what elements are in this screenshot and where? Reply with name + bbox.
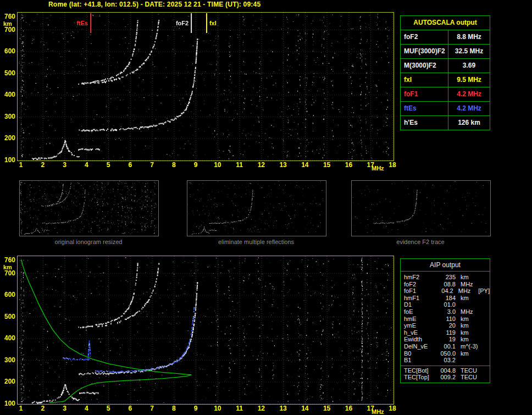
aip-extra: [479, 295, 490, 302]
y-tick-label: 600: [1, 291, 15, 298]
aip-value: 119: [439, 329, 456, 336]
autoscala-param: h'Es: [401, 116, 448, 130]
y-tick-label: 100: [1, 400, 15, 407]
aip-extra: [479, 329, 490, 336]
y-tick-label: 400: [1, 335, 15, 341]
aip-unit: km: [456, 295, 479, 302]
aip-row: D101.0: [401, 301, 490, 308]
aip-unit: MHz: [453, 287, 476, 295]
aip-row: foF104.2MHz[PY]: [401, 287, 490, 295]
aip-extra: [479, 336, 490, 343]
autoscala-table-rows: foF28.8 MHzMUF(3000)F232.5 MHzM(3000)F23…: [401, 30, 490, 130]
aip-value: 08.8: [439, 281, 456, 288]
aip-unit: km: [456, 322, 479, 329]
top-ionogram-plot: ftEsfoF2fxI: [17, 12, 394, 161]
aip-unit: km: [456, 274, 479, 281]
autoscala-row: M(3000)F23.69: [401, 59, 490, 73]
autoscala-value: 126 km: [448, 116, 490, 130]
aip-param: ymE: [401, 322, 439, 329]
x-tick-label: 4: [80, 162, 93, 168]
aip-value: 01.0: [439, 301, 456, 308]
y-tick-label: 700: [1, 26, 15, 33]
x-tick-label: 16: [342, 162, 355, 168]
x-tick-label: 5: [102, 405, 115, 412]
aip-extra: [479, 322, 490, 329]
aip-extra: [479, 357, 490, 364]
aip-param: hmE: [401, 316, 439, 323]
y-tick-label: 500: [1, 70, 15, 76]
aip-row: foF208.8MHz: [401, 281, 490, 288]
aip-row: foE3.0MHz: [401, 308, 490, 316]
aip-row: TEC[Top]009.2TECU: [401, 374, 490, 381]
aip-extra: [479, 343, 490, 350]
aip-unit: km: [456, 336, 479, 343]
thumbnail-evidence-canvas: [352, 181, 489, 235]
y-axis-unit-label: km: [3, 20, 12, 27]
aip-unit: km: [456, 350, 479, 357]
autoscala-value: 9.5 MHz: [448, 73, 490, 87]
aip-value: 184: [439, 295, 456, 302]
aip-extra: [479, 316, 490, 323]
aip-value: 3.0: [439, 308, 456, 316]
aip-value: 009.2: [439, 374, 456, 381]
x-tick-label: 12: [254, 162, 268, 168]
aip-value: 00.1: [439, 343, 456, 350]
y-tick-label: 700: [1, 270, 15, 276]
aip-value: 03.2: [439, 357, 456, 364]
aip-extra: [479, 374, 490, 381]
autoscala-row: foF28.8 MHz: [401, 30, 490, 45]
aip-extra: [479, 301, 490, 308]
x-tick-label: 1: [14, 405, 27, 412]
y-tick-label: 100: [1, 157, 15, 163]
x-tick-label: 11: [233, 405, 246, 412]
aip-extra: [479, 308, 490, 316]
autoscala-row: h'Es126 km: [401, 116, 490, 130]
aip-output-table: AIP output hmF2235kmfoF208.8MHzfoF104.2M…: [400, 258, 490, 383]
autoscala-row: MUF(3000)F232.5 MHz: [401, 45, 490, 59]
aip-param: TEC[Bot]: [401, 367, 439, 374]
aip-param: h_vE: [401, 329, 439, 336]
bottom-ionogram-plot: [17, 256, 394, 405]
autoscala-window: Rome (lat: +41.8, lon: 012.5) - DATE: 20…: [0, 0, 532, 415]
aip-row: hmF2235km: [401, 274, 490, 281]
x-tick-label: 3: [58, 162, 71, 168]
x-axis-unit-label: MHz: [372, 408, 384, 415]
autoscala-param: MUF(3000)F2: [401, 45, 448, 58]
aip-row: hmE110km: [401, 316, 490, 323]
autoscala-row: foF14.2 MHz: [401, 87, 490, 102]
aip-table-rows: hmF2235kmfoF208.8MHzfoF104.2MHz[PY]hmF11…: [401, 274, 490, 364]
autoscala-value: 3.69: [448, 59, 490, 73]
aip-param: Ewidth: [401, 336, 439, 343]
y-tick-label: 200: [1, 135, 15, 141]
aip-value: 110: [439, 316, 456, 323]
aip-param: foE: [401, 308, 439, 316]
aip-param: foF2: [401, 281, 439, 288]
aip-param: TEC[Top]: [401, 374, 439, 381]
autoscala-param: ftEs: [401, 102, 448, 115]
autoscala-value: 4.2 MHz: [448, 87, 490, 101]
x-tick-label: 10: [211, 162, 224, 168]
x-tick-label: 15: [320, 162, 334, 168]
autoscala-param: M(3000)F2: [401, 59, 448, 73]
bottom-ionogram-canvas: [18, 256, 394, 404]
aip-unit: km: [456, 329, 479, 336]
autoscala-param: foF1: [401, 87, 448, 101]
y-tick-label: 400: [1, 91, 15, 98]
aip-row: hmF1184km: [401, 295, 490, 302]
x-tick-label: 8: [167, 405, 180, 412]
autoscala-value: 32.5 MHz: [448, 45, 490, 58]
aip-unit: [456, 301, 479, 308]
autoscala-row: ftEs4.2 MHz: [401, 102, 490, 116]
x-tick-label: 18: [386, 405, 399, 412]
aip-value: 04.2: [437, 287, 453, 295]
x-tick-label: 7: [146, 405, 159, 412]
aip-row: B103.2: [401, 357, 490, 364]
x-tick-label: 14: [298, 405, 312, 412]
aip-value: 050.0: [439, 350, 456, 357]
aip-unit: m^(-3): [456, 343, 479, 350]
x-tick-label: 4: [80, 405, 93, 412]
marker-label-ftes: ftEs: [66, 20, 88, 26]
aip-extra: [479, 367, 490, 374]
thumbnail-original-canvas: [20, 181, 157, 235]
x-tick-label: 6: [124, 405, 137, 412]
